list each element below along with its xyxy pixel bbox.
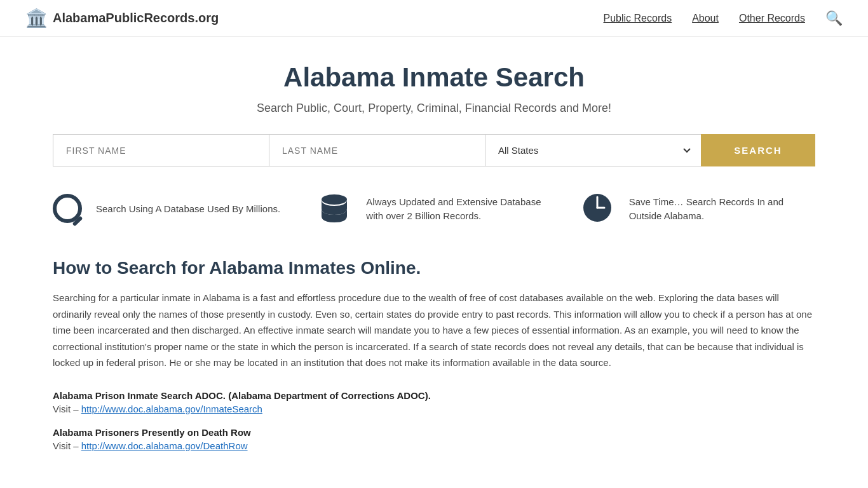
main-nav: Public Records About Other Records 🔍	[604, 10, 843, 27]
feature-database-text: Always Updated and Extensive Database wi…	[366, 195, 552, 224]
svg-point-0	[322, 194, 347, 205]
link-visit-death-row: Visit – http://www.doc.alabama.gov/Death…	[53, 440, 815, 451]
death-row-link[interactable]: http://www.doc.alabama.gov/DeathRow	[81, 440, 248, 451]
page-title: Alabama Inmate Search	[53, 62, 815, 93]
feature-clock: Save Time… Search Records In and Outside…	[578, 192, 815, 226]
search-icon[interactable]: 🔍	[825, 10, 843, 27]
link-visit-adoc: Visit – http://www.doc.alabama.gov/Inmat…	[53, 403, 815, 414]
main-content: Alabama Inmate Search Search Public, Cou…	[27, 37, 841, 488]
nav-about[interactable]: About	[692, 13, 719, 24]
link-section-adoc: Alabama Prison Inmate Search ADOC. (Alab…	[53, 390, 815, 414]
building-icon: 🏛️	[25, 8, 48, 29]
link-section-death-row: Alabama Prisoners Presently on Death Row…	[53, 427, 815, 451]
feature-search: Search Using A Database Used By Millions…	[53, 194, 290, 224]
first-name-input[interactable]	[53, 134, 269, 166]
logo-text: AlabamaPublicRecords.org	[53, 11, 219, 25]
search-button[interactable]: SEARCH	[701, 134, 815, 166]
state-select[interactable]: All States Alabama Alaska Arizona Arkans…	[485, 134, 701, 166]
last-name-input[interactable]	[269, 134, 485, 166]
how-to-body: Searching for a particular inmate in Ala…	[53, 290, 815, 371]
search-icon	[53, 194, 83, 224]
feature-search-text: Search Using A Database Used By Millions…	[96, 202, 280, 217]
visit-text-death-row: Visit –	[53, 440, 79, 451]
nav-public-records[interactable]: Public Records	[604, 13, 672, 24]
link-label-death-row: Alabama Prisoners Presently on Death Row	[53, 427, 815, 438]
adoc-link[interactable]: http://www.doc.alabama.gov/InmateSearch	[81, 403, 262, 414]
database-icon	[315, 192, 353, 226]
page-subtitle: Search Public, Court, Property, Criminal…	[53, 102, 815, 115]
link-label-adoc: Alabama Prison Inmate Search ADOC. (Alab…	[53, 390, 815, 401]
clock-icon	[578, 192, 616, 226]
feature-clock-text: Save Time… Search Records In and Outside…	[629, 195, 815, 224]
features-row: Search Using A Database Used By Millions…	[53, 192, 815, 226]
site-header: 🏛️ AlabamaPublicRecords.org Public Recor…	[0, 0, 868, 37]
how-to-title: How to Search for Alabama Inmates Online…	[53, 258, 815, 278]
search-bar: All States Alabama Alaska Arizona Arkans…	[53, 134, 815, 166]
visit-text-adoc: Visit –	[53, 403, 79, 414]
logo-link[interactable]: 🏛️ AlabamaPublicRecords.org	[25, 8, 219, 29]
feature-database: Always Updated and Extensive Database wi…	[315, 192, 552, 226]
nav-other-records[interactable]: Other Records	[739, 13, 805, 24]
